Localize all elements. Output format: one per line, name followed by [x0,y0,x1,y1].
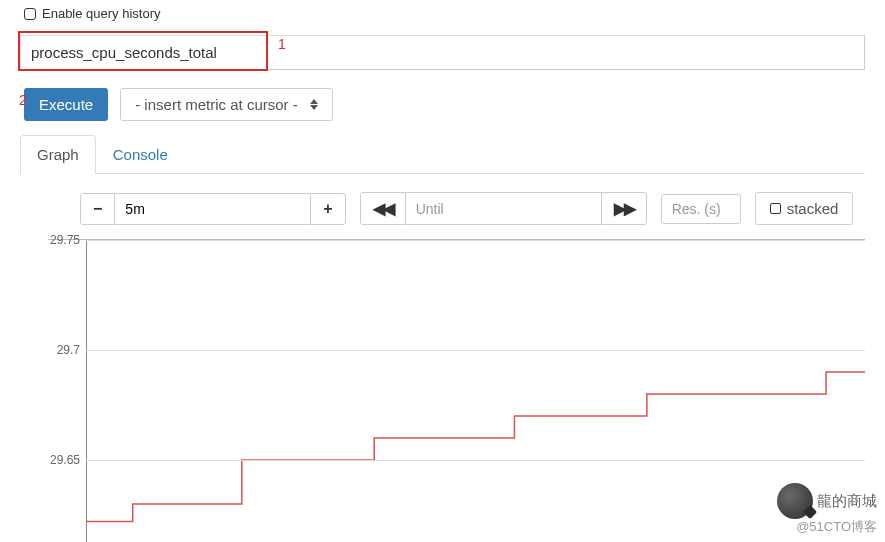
chart-svg [86,240,865,542]
query-input[interactable] [20,35,865,70]
chart-area: 29.7529.729.652224 [48,239,865,542]
annotation-label-1: 1 [278,36,286,52]
enable-history-checkbox[interactable]: Enable query history [24,6,861,21]
time-back-button[interactable]: ◀◀ [360,192,406,225]
gridline [86,240,865,241]
enable-history-label: Enable query history [42,6,161,21]
y-tick-label: 29.7 [42,343,80,357]
tabs: Graph Console [20,135,865,174]
checkbox-icon [770,203,781,214]
metric-dropdown[interactable]: - insert metric at cursor - [120,88,333,121]
y-tick-label: 29.65 [42,453,80,467]
range-decrease-button[interactable]: − [80,193,115,225]
annotation-label-2: 2 [19,92,27,108]
caret-down-icon [310,105,318,110]
execute-button-label: Execute [39,96,93,113]
until-input[interactable] [406,192,601,225]
series-line [86,372,865,522]
stacked-toggle[interactable]: stacked [755,192,854,225]
execute-button[interactable]: Execute [24,88,108,121]
watermark-bubble-icon [777,483,813,519]
watermark-line1: 龍的商城 [817,491,877,511]
time-forward-button[interactable]: ▶▶ [601,192,647,225]
range-increase-button[interactable]: + [310,193,345,225]
range-input[interactable] [115,193,310,225]
gridline [86,350,865,351]
resolution-input[interactable] [661,194,741,224]
stacked-label: stacked [787,200,839,217]
tab-graph[interactable]: Graph [20,135,96,174]
metric-dropdown-label: - insert metric at cursor - [135,96,298,113]
tab-console[interactable]: Console [96,135,185,174]
watermark: 龍的商城 @51CTO博客 [777,483,877,536]
watermark-line2: @51CTO博客 [777,519,877,536]
gridline [86,460,865,461]
checkbox-icon [24,8,36,20]
time-nav-group: ◀◀ ▶▶ [360,192,647,225]
range-group: − + [80,193,346,225]
caret-up-icon [310,99,318,104]
y-tick-label: 29.75 [42,233,80,247]
